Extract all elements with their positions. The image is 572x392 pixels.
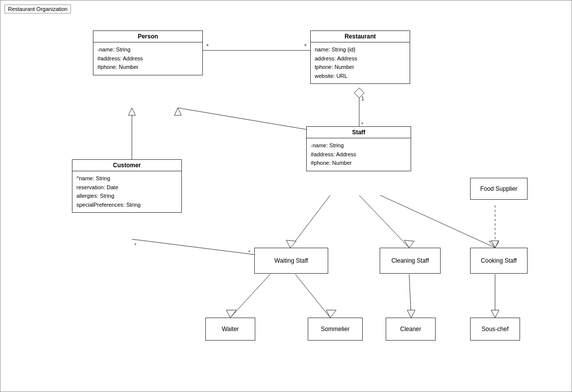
waiting-staff-box: Waiting Staff [254,248,328,274]
staff-header: Staff [307,127,411,138]
customer-header: Customer [72,160,181,171]
person-body: -name: String #address: Address #phone: … [93,42,202,75]
food-supplier-box: Food Supplier [470,178,528,200]
cleaning-staff-label: Cleaning Staff [391,257,429,264]
cleaning-staff-box: Cleaning Staff [380,248,441,274]
svg-line-14 [290,195,330,248]
waiter-box: Waiter [205,318,255,341]
svg-line-11 [132,239,255,255]
customer-body: ^name: String reservation: Date allergie… [72,171,181,212]
svg-text:*: * [206,43,209,50]
sommelier-box: Sommelier [308,318,363,341]
svg-marker-25 [326,310,336,318]
restaurant-header: Restaurant [311,31,410,42]
svg-marker-27 [407,310,415,318]
svg-marker-15 [286,240,296,248]
restaurant-body: name: String {id} address: Address tphon… [311,42,410,83]
svg-text:*: * [134,242,137,248]
svg-marker-17 [404,240,414,248]
person-header: Person [93,31,202,42]
svg-line-18 [380,195,495,248]
staff-body: -name: String #address: Address #phone: … [307,138,411,171]
cooking-staff-label: Cooking Staff [481,257,517,264]
svg-marker-19 [489,241,499,248]
svg-line-5 [178,108,318,131]
svg-marker-4 [128,108,135,115]
diagram-title: Restaurant Organization [4,4,71,13]
restaurant-box: Restaurant name: String {id} address: Ad… [310,30,410,84]
svg-marker-21 [492,241,499,248]
svg-line-16 [359,195,409,248]
svg-marker-8 [354,88,364,98]
svg-line-26 [409,274,411,318]
sous-chef-label: Sous-chef [482,326,509,333]
person-box: Person -name: String #address: Address #… [93,30,203,75]
svg-marker-6 [174,108,181,115]
sommelier-label: Sommelier [321,326,349,333]
svg-text:*: * [248,249,251,255]
svg-line-24 [295,274,330,318]
sous-chef-box: Sous-chef [470,318,520,341]
diagram-container: Restaurant Organization * * 1 * * * [0,0,572,392]
svg-line-22 [230,274,270,318]
svg-marker-23 [226,310,236,318]
cooking-staff-box: Cooking Staff [470,248,528,274]
cleaner-label: Cleaner [400,326,421,333]
staff-box: Staff -name: String #address: Address #p… [306,126,411,171]
customer-box: Customer ^name: String reservation: Date… [72,159,182,213]
food-supplier-label: Food Supplier [480,185,518,192]
waiter-label: Waiter [222,326,239,333]
svg-text:*: * [304,43,307,50]
svg-marker-29 [491,310,499,318]
waiting-staff-label: Waiting Staff [274,257,308,264]
svg-text:1: 1 [361,95,364,101]
cleaner-box: Cleaner [386,318,436,341]
